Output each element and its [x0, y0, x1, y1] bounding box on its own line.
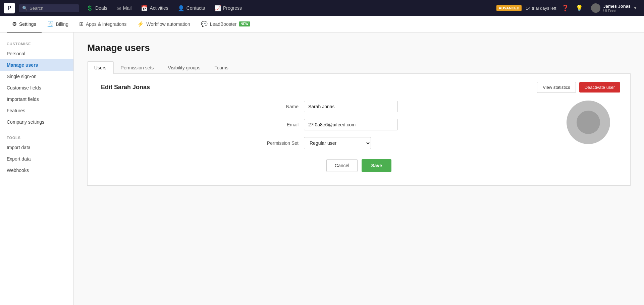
tab-billing-label: Billing: [56, 21, 68, 27]
inner-tab-teams[interactable]: Teams: [207, 61, 235, 74]
sidebar-item-important-fields[interactable]: Important fields: [0, 94, 73, 105]
main-layout: CUSTOMISE Personal Manage users Single s…: [0, 33, 644, 305]
activities-icon: 📅: [141, 5, 148, 11]
billing-icon: 🧾: [47, 21, 54, 27]
settings-icon: ⚙: [12, 21, 17, 27]
workflow-icon: ⚡: [137, 21, 144, 27]
cancel-button[interactable]: Cancel: [326, 159, 358, 172]
user-section[interactable]: James Jonas UI Feed ▼: [588, 2, 640, 14]
nav-item-mail[interactable]: ✉ Mail: [112, 2, 137, 14]
advanced-badge: ADVANCED: [496, 5, 522, 11]
nav-item-activities[interactable]: 📅 Activities: [136, 2, 173, 14]
edit-form: Name Email Permission Set Regular user A…: [258, 101, 460, 172]
permission-set-label: Permission Set: [258, 140, 299, 146]
tab-workflow[interactable]: ⚡ Workflow automation: [132, 16, 195, 33]
tab-apps[interactable]: ⊞ Apps & integrations: [74, 16, 132, 33]
settings-tab-bar: ⚙ Settings 🧾 Billing ⊞ Apps & integratio…: [0, 16, 644, 33]
progress-icon: 📈: [214, 5, 221, 11]
edit-panel: Edit Sarah Jonas View statistics Deactiv…: [87, 74, 631, 186]
view-statistics-button[interactable]: View statistics: [537, 82, 576, 93]
nav-label-contacts: Contacts: [186, 5, 205, 11]
tools-section-label: TOOLS: [0, 133, 73, 142]
lightbulb-icon[interactable]: 💡: [574, 3, 584, 13]
sidebar-item-company-settings[interactable]: Company settings: [0, 116, 73, 128]
form-actions: Cancel Save: [258, 159, 460, 172]
nav-item-contacts[interactable]: 👤 Contacts: [173, 2, 210, 14]
avatar-inner: [577, 111, 600, 134]
email-label: Email: [258, 122, 299, 127]
top-actions: View statistics Deactivate user: [537, 82, 620, 93]
nav-items: 💲 Deals ✉ Mail 📅 Activities 👤 Contacts 📈…: [82, 2, 495, 14]
tab-apps-label: Apps & integrations: [86, 21, 126, 27]
inner-tab-permission-sets[interactable]: Permission sets: [114, 61, 161, 74]
inner-tab-users[interactable]: Users: [87, 61, 114, 74]
user-info: James Jonas UI Feed: [603, 4, 631, 13]
nav-label-mail: Mail: [123, 5, 132, 11]
top-navigation: P 🔍 Search 💲 Deals ✉ Mail 📅 Activities 👤…: [0, 0, 644, 16]
sidebar-item-manage-users[interactable]: Manage users: [0, 59, 73, 71]
search-placeholder: Search: [30, 6, 43, 11]
tab-billing[interactable]: 🧾 Billing: [42, 16, 74, 33]
tab-workflow-label: Workflow automation: [146, 21, 190, 27]
permission-set-row: Permission Set Regular user Admin Manage…: [258, 137, 460, 149]
contacts-icon: 👤: [178, 5, 184, 11]
deals-icon: 💲: [87, 5, 93, 11]
tab-settings[interactable]: ⚙ Settings: [7, 16, 42, 33]
email-row: Email: [258, 119, 460, 130]
search-box[interactable]: 🔍 Search: [19, 4, 79, 12]
nav-label-deals: Deals: [95, 5, 107, 11]
sidebar-item-import-data[interactable]: Import data: [0, 142, 73, 153]
search-icon: 🔍: [22, 6, 28, 11]
app-logo: P: [4, 3, 15, 13]
nav-label-activities: Activities: [150, 5, 168, 11]
customise-section-label: CUSTOMISE: [0, 39, 73, 48]
nav-item-progress[interactable]: 📈 Progress: [210, 2, 247, 14]
trial-text: 14 trial days left: [526, 6, 556, 11]
sidebar-item-customise-fields[interactable]: Customise fields: [0, 82, 73, 94]
apps-icon: ⊞: [79, 21, 84, 27]
avatar: [591, 3, 600, 13]
new-badge: NEW: [239, 21, 250, 26]
sidebar-item-export-data[interactable]: Export data: [0, 153, 73, 165]
nav-label-progress: Progress: [223, 5, 242, 11]
leadbooster-icon: 💬: [201, 21, 208, 27]
mail-icon: ✉: [117, 5, 121, 11]
name-label: Name: [258, 104, 299, 109]
sidebar-item-webhooks[interactable]: Webhooks: [0, 165, 73, 176]
save-button[interactable]: Save: [362, 159, 391, 172]
help-icon[interactable]: ❓: [560, 3, 570, 13]
email-input[interactable]: [304, 119, 398, 130]
deactivate-user-button[interactable]: Deactivate user: [579, 82, 620, 93]
user-name: James Jonas: [603, 4, 631, 9]
page-title: Manage users: [87, 43, 631, 53]
main-content: Manage users Users Permission sets Visib…: [74, 33, 644, 305]
inner-tab-visibility-groups[interactable]: Visibility groups: [161, 61, 207, 74]
inner-tab-bar: Users Permission sets Visibility groups …: [87, 61, 631, 74]
sidebar-item-features[interactable]: Features: [0, 105, 73, 116]
user-sub: UI Feed: [603, 9, 631, 13]
name-row: Name: [258, 101, 460, 112]
chevron-down-icon: ▼: [633, 6, 637, 10]
name-input[interactable]: [304, 101, 398, 112]
user-edit-avatar: [567, 101, 610, 144]
sidebar: CUSTOMISE Personal Manage users Single s…: [0, 33, 74, 305]
tab-leadbooster-label: LeadBooster: [210, 21, 236, 27]
tab-settings-label: Settings: [19, 21, 36, 27]
sidebar-item-single-sign-on[interactable]: Single sign-on: [0, 71, 73, 82]
permission-set-select[interactable]: Regular user Admin Manager: [304, 137, 371, 149]
top-right-section: ADVANCED 14 trial days left ❓ 💡 James Jo…: [496, 2, 640, 14]
sidebar-item-personal[interactable]: Personal: [0, 48, 73, 59]
nav-item-deals[interactable]: 💲 Deals: [82, 2, 112, 14]
tab-leadbooster[interactable]: 💬 LeadBooster NEW: [196, 16, 256, 33]
